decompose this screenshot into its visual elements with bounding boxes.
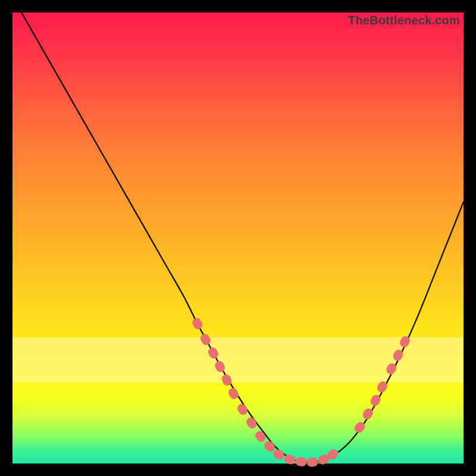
data-marker [207,346,220,359]
curve-svg [12,12,464,464]
marker-group [191,317,411,467]
data-marker [254,430,267,443]
data-marker [245,416,258,430]
plot-area: TheBottleneck.com [12,12,464,464]
data-marker [199,333,212,346]
data-marker [306,458,318,467]
chart-frame: TheBottleneck.com [0,0,476,476]
bottleneck-curve [21,12,464,463]
data-marker [236,403,249,416]
data-marker [191,317,203,330]
data-marker [227,387,240,400]
data-marker [295,457,307,466]
data-marker [214,360,226,373]
